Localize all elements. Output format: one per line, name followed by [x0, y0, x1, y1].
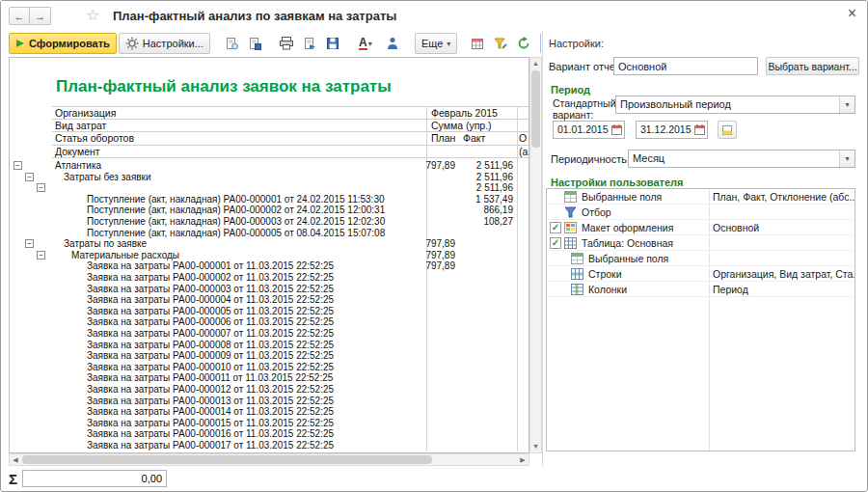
document-save-icon: [249, 37, 261, 50]
back-button[interactable]: ←: [9, 7, 30, 25]
rows-icon: [571, 268, 584, 280]
report-row[interactable]: Заявка на затраты РА00-000012 от 11.03.2…: [10, 384, 529, 396]
user-setting-row[interactable]: КолонкиПериод: [547, 282, 854, 297]
report-row[interactable]: Заявка на затраты РА00-000017 от 11.03.2…: [10, 440, 529, 451]
scroll-down-icon[interactable]: ▼: [530, 441, 541, 452]
report-row[interactable]: −2 511,96: [10, 182, 529, 194]
report-row-text: Заявка на затраты РА00-000006 от 11.03.2…: [87, 316, 334, 328]
setting-value: Период: [713, 284, 748, 295]
save-variant-button[interactable]: [245, 33, 266, 54]
tree-collapse-icon[interactable]: −: [37, 183, 45, 192]
calendar-icon[interactable]: [610, 123, 623, 138]
setting-checkbox[interactable]: ✓: [550, 222, 561, 233]
setting-checkbox[interactable]: ✓: [550, 237, 561, 249]
more-button[interactable]: Еще ▾: [415, 33, 457, 54]
report-variant-input[interactable]: Основной: [613, 57, 758, 75]
scrollbar-thumb[interactable]: [22, 455, 432, 464]
report-row[interactable]: Заявка на затраты РА00-000007 от 11.03.2…: [10, 328, 529, 340]
horizontal-scrollbar[interactable]: ◀ ▶: [9, 453, 529, 466]
report-row[interactable]: Заявка на затраты РА00-000010 от 11.03.2…: [10, 362, 529, 373]
table-settings-button[interactable]: [467, 33, 488, 54]
standard-period-select[interactable]: Произвольный период ▾: [615, 96, 855, 114]
user-setting-row[interactable]: Отбор: [547, 205, 854, 220]
periodicity-select[interactable]: Месяц ▾: [628, 150, 855, 168]
report-row-plan: 797,89: [422, 160, 455, 172]
report-row[interactable]: Заявка на затраты РА00-000008 от 11.03.2…: [10, 340, 529, 351]
report-row-text: Заявка на затраты РА00-000002 от 11.03.2…: [87, 272, 334, 284]
report-row[interactable]: Заявка на затраты РА00-000011 от 11.03.2…: [10, 372, 529, 384]
report-row[interactable]: −Материальные расходы797,89: [10, 250, 529, 261]
report-row[interactable]: Заявка на затраты РА00-000009 от 11.03.2…: [10, 350, 529, 362]
user-settings-rows: Выбранные поляПлан, Факт, Отклонение (аб…: [547, 189, 854, 297]
period-pick-button[interactable]: [718, 121, 737, 139]
report-row-fact: 108,27: [457, 216, 513, 228]
scroll-up-icon[interactable]: ▲: [530, 58, 541, 69]
user-setting-row[interactable]: ✓Макет оформленияОсновной: [547, 220, 854, 235]
save-button[interactable]: [322, 33, 343, 54]
user-setting-row[interactable]: ✓Таблица: Основная: [547, 235, 854, 251]
print-button[interactable]: [276, 33, 297, 54]
change-variant-button[interactable]: [222, 33, 243, 54]
tree-collapse-icon[interactable]: −: [25, 173, 34, 181]
report-row[interactable]: −Атлантика797,892 511,96: [10, 160, 529, 172]
period-calendar-icon: [721, 124, 733, 136]
report-row[interactable]: Заявка на затраты РА00-000013 от 11.03.2…: [10, 396, 529, 407]
favorite-star-icon[interactable]: ☆: [86, 6, 99, 24]
font-color-button[interactable]: A ▾: [351, 33, 380, 54]
tree-collapse-icon[interactable]: −: [14, 161, 22, 170]
header-value: Февраль 2015: [431, 107, 498, 120]
header-value: Сумма (упр.): [431, 120, 492, 132]
report-row-text: Затраты по заявке: [64, 238, 147, 250]
report-row-text: Поступление (акт, накладная) РА00-000001…: [87, 194, 385, 205]
report-spreadsheet[interactable]: План-фактный анализ заявок на затраты Ор…: [9, 57, 529, 453]
generate-button[interactable]: Сформировать: [9, 33, 117, 54]
forward-button[interactable]: →: [30, 7, 51, 25]
report-row[interactable]: Поступление (акт, накладная) РА00-000001…: [10, 194, 529, 205]
report-row[interactable]: Заявка на затраты РА00-000004 от 11.03.2…: [10, 294, 529, 306]
tree-collapse-icon[interactable]: −: [25, 239, 34, 248]
scrollbar-thumb[interactable]: [531, 70, 540, 148]
choose-variant-button[interactable]: Выбрать вариант...: [766, 57, 859, 75]
setting-name: Выбранные поля: [582, 191, 662, 203]
chevron-down-icon[interactable]: ▾: [839, 96, 854, 113]
report-row[interactable]: −Затраты без заявки2 511,96: [10, 172, 529, 183]
report-row[interactable]: Поступление (акт, накладная) РА00-000005…: [10, 228, 529, 239]
person-icon: [387, 37, 398, 50]
report-row-text: Поступление (акт, накладная) РА00-000003…: [87, 216, 385, 228]
report-row[interactable]: Заявка на затраты РА00-000014 от 11.03.2…: [10, 406, 529, 418]
user-setting-row[interactable]: СтрокиОрганизация, Вид затрат, Ста...: [547, 266, 854, 282]
report-row[interactable]: Заявка на затраты РА00-000016 от 11.03.2…: [10, 428, 529, 440]
export-button[interactable]: [299, 33, 320, 54]
selected-fields-icon: [571, 253, 584, 264]
report-row[interactable]: Заявка на затраты РА00-000015 от 11.03.2…: [10, 418, 529, 429]
report-row[interactable]: Поступление (акт, накладная) РА00-000002…: [10, 205, 529, 216]
footer-sum-input[interactable]: 0,00: [22, 470, 167, 487]
calendar-icon[interactable]: [693, 123, 706, 138]
settings-panel-toggle[interactable]: [540, 33, 541, 54]
close-icon[interactable]: ×: [848, 5, 856, 22]
settings-button[interactable]: Настройки...: [119, 33, 210, 54]
tree-collapse-icon[interactable]: −: [37, 251, 45, 260]
app-window: ← → ☆ План-фактный анализ по заявкам на …: [0, 0, 868, 492]
report-row[interactable]: −Затраты по заявке797,89: [10, 238, 529, 250]
person-button[interactable]: [382, 33, 403, 54]
report-row-text: Заявка на затраты РА00-000012 от 11.03.2…: [87, 384, 334, 396]
scroll-left-icon[interactable]: ◀: [10, 454, 21, 465]
user-setting-row[interactable]: Выбранные поляПлан, Факт, Отклонение (аб…: [547, 189, 854, 205]
scroll-right-icon[interactable]: ▶: [517, 454, 529, 465]
period-end-input[interactable]: 31.12.2015: [636, 121, 708, 139]
report-row[interactable]: Заявка на затраты РА00-000002 от 11.03.2…: [10, 272, 529, 284]
user-settings-list[interactable]: Выбранные поляПлан, Факт, Отклонение (аб…: [546, 188, 855, 451]
report-row[interactable]: Заявка на затраты РА00-000003 от 11.03.2…: [10, 284, 529, 295]
report-row[interactable]: Заявка на затраты РА00-000001 от 11.03.2…: [10, 260, 529, 272]
refresh-button[interactable]: [513, 33, 534, 54]
filter-edit-button[interactable]: [490, 33, 511, 54]
chevron-down-icon[interactable]: ▾: [839, 150, 854, 167]
report-row[interactable]: Поступление (акт, накладная) РА00-000003…: [10, 216, 529, 228]
report-row[interactable]: Заявка на затраты РА00-000005 от 11.03.2…: [10, 306, 529, 317]
user-setting-row[interactable]: Выбранные поля: [547, 251, 854, 266]
report-row[interactable]: Заявка на затраты РА00-000006 от 11.03.2…: [10, 316, 529, 328]
period-start-input[interactable]: 01.01.2015: [553, 121, 625, 139]
vertical-scrollbar[interactable]: ▲ ▼: [529, 57, 542, 453]
report-row-text: Поступление (акт, накладная) РА00-000005…: [87, 228, 385, 239]
